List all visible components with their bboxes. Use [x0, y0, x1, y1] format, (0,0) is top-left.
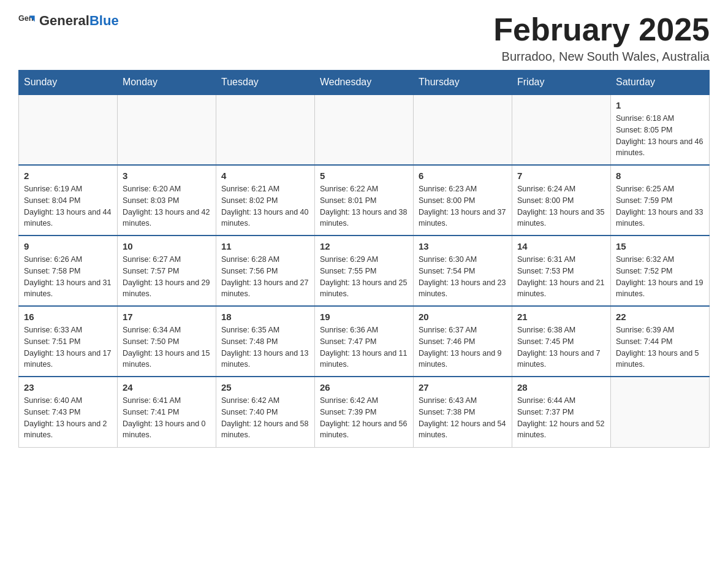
calendar-cell: 6Sunrise: 6:23 AMSunset: 8:00 PMDaylight…	[414, 165, 512, 236]
calendar-cell: 26Sunrise: 6:42 AMSunset: 7:39 PMDayligh…	[315, 377, 414, 447]
week-row-3: 9Sunrise: 6:26 AMSunset: 7:58 PMDaylight…	[19, 236, 710, 306]
day-number: 24	[123, 382, 211, 393]
day-info: Sunrise: 6:43 AMSunset: 7:38 PMDaylight:…	[419, 395, 507, 441]
calendar-cell: 27Sunrise: 6:43 AMSunset: 7:38 PMDayligh…	[414, 377, 512, 447]
day-number: 7	[517, 170, 605, 181]
day-info: Sunrise: 6:26 AMSunset: 7:58 PMDaylight:…	[24, 254, 112, 300]
page-header: Gen GeneralBlue February 2025 Burradoo, …	[18, 12, 710, 64]
day-number: 18	[221, 312, 309, 322]
day-number: 8	[616, 170, 704, 181]
month-title: February 2025	[493, 12, 710, 47]
weekday-header-thursday: Thursday	[414, 71, 512, 95]
day-info: Sunrise: 6:41 AMSunset: 7:41 PMDaylight:…	[123, 395, 211, 441]
weekday-header-wednesday: Wednesday	[315, 71, 414, 95]
calendar-cell: 18Sunrise: 6:35 AMSunset: 7:48 PMDayligh…	[216, 306, 315, 377]
day-number: 20	[419, 312, 507, 322]
day-number: 28	[517, 382, 605, 393]
day-info: Sunrise: 6:31 AMSunset: 7:53 PMDaylight:…	[517, 254, 605, 300]
weekday-header-friday: Friday	[512, 71, 611, 95]
calendar-table: SundayMondayTuesdayWednesdayThursdayFrid…	[18, 70, 710, 448]
calendar-cell	[315, 94, 414, 165]
day-info: Sunrise: 6:20 AMSunset: 8:03 PMDaylight:…	[123, 183, 211, 229]
day-number: 21	[517, 312, 605, 322]
location-title: Burradoo, New South Wales, Australia	[493, 50, 710, 64]
week-row-5: 23Sunrise: 6:40 AMSunset: 7:43 PMDayligh…	[19, 377, 710, 447]
calendar-cell	[611, 377, 710, 447]
calendar-cell: 21Sunrise: 6:38 AMSunset: 7:45 PMDayligh…	[512, 306, 611, 377]
calendar-cell	[414, 94, 512, 165]
day-number: 10	[123, 241, 211, 251]
calendar-cell	[512, 94, 611, 165]
calendar-cell: 23Sunrise: 6:40 AMSunset: 7:43 PMDayligh…	[19, 377, 118, 447]
calendar-header-row: SundayMondayTuesdayWednesdayThursdayFrid…	[19, 71, 710, 95]
day-number: 2	[24, 170, 112, 181]
calendar-cell: 5Sunrise: 6:22 AMSunset: 8:01 PMDaylight…	[315, 165, 414, 236]
day-info: Sunrise: 6:22 AMSunset: 8:01 PMDaylight:…	[320, 183, 408, 229]
day-info: Sunrise: 6:32 AMSunset: 7:52 PMDaylight:…	[616, 254, 704, 300]
day-number: 5	[320, 170, 408, 181]
logo-text-blue: Blue	[89, 13, 119, 28]
logo-icon: Gen	[18, 12, 36, 29]
calendar-cell: 2Sunrise: 6:19 AMSunset: 8:04 PMDaylight…	[19, 165, 118, 236]
day-info: Sunrise: 6:37 AMSunset: 7:46 PMDaylight:…	[419, 324, 507, 370]
weekday-header-monday: Monday	[118, 71, 216, 95]
day-info: Sunrise: 6:25 AMSunset: 7:59 PMDaylight:…	[616, 183, 704, 229]
calendar-cell: 9Sunrise: 6:26 AMSunset: 7:58 PMDaylight…	[19, 236, 118, 306]
day-info: Sunrise: 6:18 AMSunset: 8:05 PMDaylight:…	[616, 113, 704, 159]
day-number: 6	[419, 170, 507, 181]
calendar-cell: 13Sunrise: 6:30 AMSunset: 7:54 PMDayligh…	[414, 236, 512, 306]
day-number: 11	[221, 241, 309, 251]
calendar-cell: 20Sunrise: 6:37 AMSunset: 7:46 PMDayligh…	[414, 306, 512, 377]
calendar-cell: 14Sunrise: 6:31 AMSunset: 7:53 PMDayligh…	[512, 236, 611, 306]
calendar-cell: 12Sunrise: 6:29 AMSunset: 7:55 PMDayligh…	[315, 236, 414, 306]
weekday-header-tuesday: Tuesday	[216, 71, 315, 95]
logo: Gen GeneralBlue	[18, 12, 119, 29]
calendar-cell: 24Sunrise: 6:41 AMSunset: 7:41 PMDayligh…	[118, 377, 216, 447]
day-info: Sunrise: 6:21 AMSunset: 8:02 PMDaylight:…	[221, 183, 309, 229]
logo-text-general: General	[39, 13, 89, 28]
calendar-cell: 16Sunrise: 6:33 AMSunset: 7:51 PMDayligh…	[19, 306, 118, 377]
calendar-cell	[216, 94, 315, 165]
day-number: 9	[24, 241, 112, 251]
weekday-header-saturday: Saturday	[611, 71, 710, 95]
day-number: 3	[123, 170, 211, 181]
calendar-cell: 1Sunrise: 6:18 AMSunset: 8:05 PMDaylight…	[611, 94, 710, 165]
calendar-cell: 3Sunrise: 6:20 AMSunset: 8:03 PMDaylight…	[118, 165, 216, 236]
day-info: Sunrise: 6:36 AMSunset: 7:47 PMDaylight:…	[320, 324, 408, 370]
day-info: Sunrise: 6:19 AMSunset: 8:04 PMDaylight:…	[24, 183, 112, 229]
day-info: Sunrise: 6:33 AMSunset: 7:51 PMDaylight:…	[24, 324, 112, 370]
day-number: 22	[616, 312, 704, 322]
calendar-cell: 25Sunrise: 6:42 AMSunset: 7:40 PMDayligh…	[216, 377, 315, 447]
calendar-cell: 19Sunrise: 6:36 AMSunset: 7:47 PMDayligh…	[315, 306, 414, 377]
day-number: 12	[320, 241, 408, 251]
week-row-1: 1Sunrise: 6:18 AMSunset: 8:05 PMDaylight…	[19, 94, 710, 165]
calendar-cell: 8Sunrise: 6:25 AMSunset: 7:59 PMDaylight…	[611, 165, 710, 236]
week-row-2: 2Sunrise: 6:19 AMSunset: 8:04 PMDaylight…	[19, 165, 710, 236]
calendar-cell: 10Sunrise: 6:27 AMSunset: 7:57 PMDayligh…	[118, 236, 216, 306]
day-info: Sunrise: 6:42 AMSunset: 7:39 PMDaylight:…	[320, 395, 408, 441]
calendar-cell: 22Sunrise: 6:39 AMSunset: 7:44 PMDayligh…	[611, 306, 710, 377]
calendar-cell: 11Sunrise: 6:28 AMSunset: 7:56 PMDayligh…	[216, 236, 315, 306]
day-number: 14	[517, 241, 605, 251]
day-info: Sunrise: 6:44 AMSunset: 7:37 PMDaylight:…	[517, 395, 605, 441]
calendar-cell: 17Sunrise: 6:34 AMSunset: 7:50 PMDayligh…	[118, 306, 216, 377]
svg-text:Gen: Gen	[18, 14, 34, 23]
day-number: 25	[221, 382, 309, 393]
day-number: 23	[24, 382, 112, 393]
calendar-cell	[19, 94, 118, 165]
day-info: Sunrise: 6:27 AMSunset: 7:57 PMDaylight:…	[123, 254, 211, 300]
calendar-cell	[118, 94, 216, 165]
day-info: Sunrise: 6:24 AMSunset: 8:00 PMDaylight:…	[517, 183, 605, 229]
day-number: 26	[320, 382, 408, 393]
day-info: Sunrise: 6:35 AMSunset: 7:48 PMDaylight:…	[221, 324, 309, 370]
day-number: 27	[419, 382, 507, 393]
day-info: Sunrise: 6:23 AMSunset: 8:00 PMDaylight:…	[419, 183, 507, 229]
day-info: Sunrise: 6:38 AMSunset: 7:45 PMDaylight:…	[517, 324, 605, 370]
day-info: Sunrise: 6:28 AMSunset: 7:56 PMDaylight:…	[221, 254, 309, 300]
calendar-cell: 15Sunrise: 6:32 AMSunset: 7:52 PMDayligh…	[611, 236, 710, 306]
day-info: Sunrise: 6:42 AMSunset: 7:40 PMDaylight:…	[221, 395, 309, 441]
calendar-cell: 7Sunrise: 6:24 AMSunset: 8:00 PMDaylight…	[512, 165, 611, 236]
day-number: 16	[24, 312, 112, 322]
week-row-4: 16Sunrise: 6:33 AMSunset: 7:51 PMDayligh…	[19, 306, 710, 377]
day-number: 1	[616, 100, 704, 110]
